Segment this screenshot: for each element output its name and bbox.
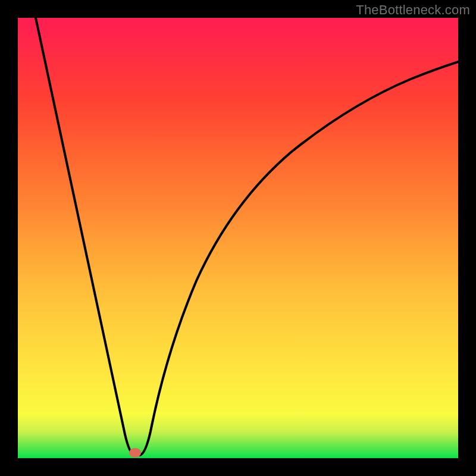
chart-frame: TheBottleneck.com bbox=[0, 0, 476, 476]
watermark-text: TheBottleneck.com bbox=[356, 2, 470, 18]
bottleneck-curve bbox=[18, 18, 458, 458]
plot-area bbox=[18, 18, 458, 458]
optimal-point-marker bbox=[129, 448, 141, 458]
